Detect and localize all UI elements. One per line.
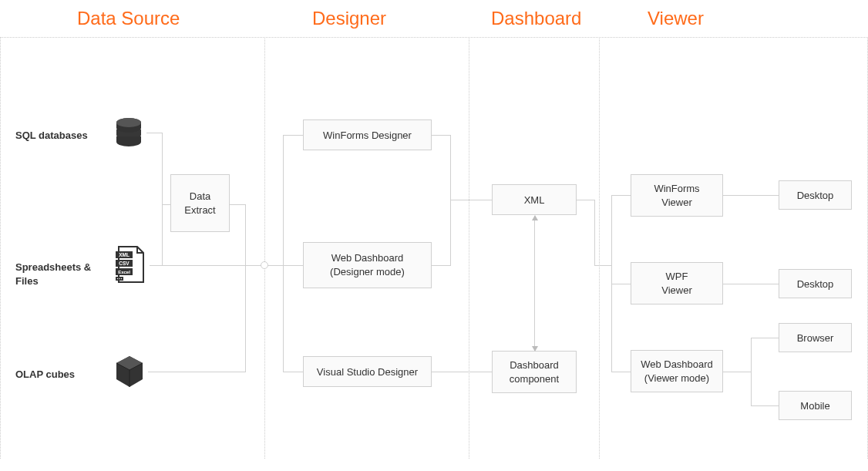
col-header-designer: Designer	[312, 8, 386, 29]
conn-designer-bus	[283, 135, 284, 372]
conn-to-winforms-des	[283, 135, 303, 136]
svg-text:XML: XML	[119, 252, 130, 257]
conn-extract-v	[245, 204, 246, 266]
svg-point-9	[117, 278, 118, 279]
conn-to-winforms-viewer	[611, 195, 631, 196]
conn-viewer-hub	[594, 265, 611, 266]
conn-xml-out	[577, 200, 594, 200]
box-vs-designer: Visual Studio Designer	[303, 356, 432, 387]
conn-browser-in	[751, 338, 779, 338]
conn-vs-to-component	[432, 372, 492, 372]
box-winforms-designer: WinForms Designer	[303, 119, 432, 150]
box-web-designer: Web Dashboard (Designer mode)	[303, 242, 432, 288]
conn-node-out	[267, 265, 283, 266]
conn-xml-v	[594, 200, 595, 266]
conn-to-vs-des	[283, 372, 303, 372]
box-data-extract: Data Extract	[170, 174, 230, 232]
header-divider	[0, 37, 868, 38]
col-header-dashboard: Dashboard	[491, 8, 581, 29]
conn-winf-desktop	[723, 195, 779, 196]
divider-designer	[264, 39, 265, 459]
box-xml: XML	[492, 184, 577, 215]
conn-files-v	[162, 204, 163, 266]
box-winforms-viewer: WinForms Viewer	[631, 174, 723, 217]
svg-text:CSV: CSV	[119, 261, 130, 266]
conn-winf-v	[450, 135, 451, 200]
box-browser: Browser	[779, 323, 852, 352]
divider-viewer	[599, 39, 600, 459]
box-desktop-2: Desktop	[779, 269, 852, 298]
box-mobile: Mobile	[779, 391, 852, 420]
conn-wpf-desktop	[723, 284, 779, 284]
svg-point-1	[116, 118, 141, 127]
label-sql: SQL databases	[15, 130, 88, 143]
conn-olap-h	[148, 372, 245, 372]
box-wpf-viewer: WPF Viewer	[631, 262, 723, 304]
conn-winf-out	[432, 135, 450, 136]
data-node	[261, 261, 268, 269]
conn-web-out	[432, 265, 450, 266]
conn-extract-out	[230, 204, 245, 205]
divider-dashboard	[469, 39, 469, 459]
conn-olap-v	[245, 265, 246, 372]
conn-sql-v	[162, 133, 163, 204]
col-header-datasource: Data Source	[77, 8, 180, 29]
divider-left-edge	[0, 39, 1, 459]
col-header-viewer: Viewer	[648, 8, 704, 29]
box-web-viewer: Web Dashboard (Viewer mode)	[631, 350, 723, 392]
conn-mobile-in	[751, 405, 779, 406]
database-icon	[114, 117, 143, 148]
svg-text:Excel: Excel	[118, 270, 130, 274]
conn-to-web-viewer	[611, 372, 631, 372]
conn-web-out	[723, 372, 751, 372]
arrow-down-icon	[532, 346, 538, 352]
box-dashboard-component: Dashboard component	[492, 351, 577, 393]
conn-web-v	[450, 200, 451, 266]
conn-to-wpf-viewer	[611, 284, 631, 284]
file-xml-csv-excel-icon: XML CSV Excel	[114, 245, 146, 284]
cube-icon	[114, 355, 145, 389]
box-desktop-1: Desktop	[779, 180, 852, 210]
conn-to-web-des	[283, 265, 303, 266]
conn-web-branch	[751, 338, 752, 405]
arrow-up-icon	[532, 215, 538, 220]
conn-sql-out	[146, 133, 162, 133]
label-spreadsheets: Spreadsheets & Files	[15, 261, 91, 288]
conn-into-extract-top	[162, 204, 170, 205]
label-olap: OLAP cubes	[15, 368, 75, 382]
svg-point-11	[121, 278, 122, 279]
bi-arrow-line	[534, 216, 535, 351]
svg-point-10	[119, 278, 119, 279]
conn-into-xml-top	[450, 200, 492, 200]
conn-files-out	[150, 265, 162, 266]
